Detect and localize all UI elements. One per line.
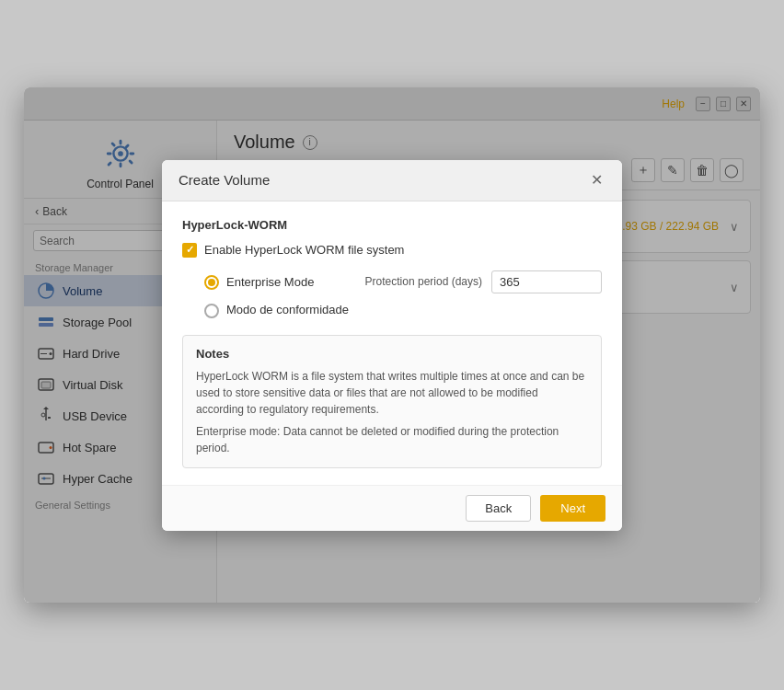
back-button[interactable]: Back <box>466 495 531 522</box>
modal-title: Create Volume <box>179 172 270 188</box>
protection-period-input[interactable] <box>491 270 602 293</box>
protection-period-label: Protection period (days) <box>365 275 482 288</box>
conformidade-mode-row: Modo de conformidade <box>204 303 602 318</box>
modal-header: Create Volume ✕ <box>162 160 622 201</box>
enterprise-mode-label: Enterprise Mode <box>226 275 314 289</box>
notes-text-2: Enterprise mode: Data cannot be deleted … <box>196 423 588 456</box>
notes-box: Notes HyperLock WORM is a file system th… <box>182 335 602 468</box>
modal-close-button[interactable]: ✕ <box>587 171 605 190</box>
next-button[interactable]: Next <box>540 495 605 522</box>
conformidade-mode-radio[interactable] <box>204 304 219 318</box>
modal-backdrop: Create Volume ✕ HyperLock-WORM Enable Hy… <box>24 87 760 603</box>
modal-footer: Back Next <box>162 485 622 531</box>
enable-worm-row: Enable HyperLock WORM file system <box>182 243 602 258</box>
worm-mode-group: Enterprise Mode Protection period (days)… <box>204 270 602 318</box>
app-window: Help − □ ✕ <box>24 87 760 603</box>
modal-body: HyperLock-WORM Enable HyperLock WORM fil… <box>162 201 622 485</box>
notes-text-1: HyperLock WORM is a file system that wri… <box>196 368 588 418</box>
protection-period-row: Protection period (days) <box>365 270 602 293</box>
enable-worm-label: Enable HyperLock WORM file system <box>204 243 404 257</box>
notes-title: Notes <box>196 347 588 361</box>
create-volume-modal: Create Volume ✕ HyperLock-WORM Enable Hy… <box>162 160 622 531</box>
enterprise-mode-row: Enterprise Mode Protection period (days) <box>204 270 602 293</box>
enterprise-mode-radio[interactable] <box>204 275 219 290</box>
hyperlock-worm-heading: HyperLock-WORM <box>182 218 602 232</box>
enable-worm-checkbox[interactable] <box>182 243 197 258</box>
conformidade-mode-label: Modo de conformidade <box>226 303 349 316</box>
enterprise-mode-left: Enterprise Mode <box>204 274 324 290</box>
